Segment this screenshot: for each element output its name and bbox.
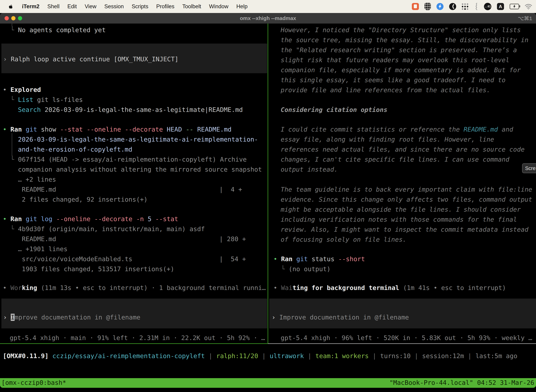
reasoning-paragraph: of focusing solely on file lines. — [281, 235, 407, 244]
menu-item-iterm2[interactable]: iTerm2 — [22, 3, 39, 10]
prompt-input-right[interactable]: › Improve documentation in @filename — [272, 313, 409, 322]
window-title: omx --xhigh --madmax — [0, 15, 536, 21]
dots-grid-icon[interactable] — [462, 3, 469, 10]
git-show-output: companion analysis without altering the … — [18, 165, 262, 174]
reasoning-paragraph: output instead. — [281, 165, 338, 174]
git-log-output: └ 4b9d30f (origin/main, instructkr/main,… — [10, 225, 205, 233]
ran-git-status: • Ran git status --short — [273, 255, 365, 263]
screen-share-overlay-button[interactable]: Scre — [522, 163, 536, 173]
window-shortcut-badge: ⌥⌘1 — [518, 15, 532, 21]
reasoning-paragraph: changes, I can't cite specific file line… — [281, 155, 509, 164]
git-log-output: … +1901 lines — [18, 245, 67, 253]
battery-icon[interactable] — [510, 4, 519, 9]
git-log-stat: src/voice/voiceModeEnabled.ts — [22, 255, 132, 263]
k-circle-icon[interactable] — [449, 3, 456, 10]
pane-divider[interactable] — [268, 23, 268, 344]
tree-guide — [12, 133, 12, 156]
reasoning-paragraph: slight risk that future readers may over… — [281, 56, 509, 65]
working-status: • Working (11m 13s • esc to interrupt) ·… — [3, 284, 266, 292]
reasoning-paragraph: I could cite commit statistics or refere… — [281, 125, 513, 134]
wifi-icon[interactable] — [525, 4, 532, 9]
omx-status-text: [OMX#0.11.9] cczip/essay/ai-reimplementa… — [3, 352, 517, 360]
menu-item-edit[interactable]: Edit — [67, 3, 77, 10]
menu-item-scripts[interactable]: Scripts — [132, 3, 148, 10]
explored-search: Search 2026-03-09-is-legal-the-same-as-l… — [18, 105, 243, 114]
squiggle-icon[interactable] — [474, 3, 478, 10]
letter-a-icon[interactable]: A — [497, 3, 504, 10]
agents-completed-note: └ No agents completed yet — [10, 26, 106, 34]
menu-item-profiles[interactable]: Profiles — [156, 3, 174, 10]
session-stats-left: gpt-5.4 xhigh · main · 91% left · 2.31M … — [10, 334, 265, 342]
circle-61-icon[interactable]: ..61 — [484, 3, 491, 10]
reasoning-paragraph: might be acceptable alongside the file l… — [281, 205, 521, 214]
git-show-stat: 2 files changed, 92 insertions(+) — [22, 195, 148, 204]
menu-item-view[interactable]: View — [85, 3, 96, 10]
blue-badge-icon[interactable] — [436, 3, 444, 10]
menu-bar: iTerm2ShellEditViewSessionScriptsProfile… — [0, 0, 536, 13]
reasoning-paragraph: However, I noticed the "Directory Struct… — [281, 26, 521, 34]
git-log-stat: | 280 + — [219, 235, 246, 243]
reasoning-paragraph: references need actual files, and since … — [281, 145, 525, 154]
menu-item-help[interactable]: Help — [236, 3, 248, 10]
reasoning-heading: Considering citation options — [281, 105, 388, 114]
waiting-status: • Waiting for background terminal (1m 41… — [273, 284, 506, 292]
apple-logo-icon[interactable] — [8, 4, 13, 9]
chat-icon[interactable] — [412, 3, 419, 10]
git-log-stat: README.md — [22, 235, 56, 243]
git-show-arg: and-the-erosion-of-copyleft.md — [18, 145, 132, 154]
ralph-loop-status: › Ralph loop active continue [OMX_TMUX_I… — [3, 55, 178, 64]
git-show-stat: README.md — [22, 185, 56, 194]
reasoning-paragraph: provide file and line references from th… — [281, 86, 490, 94]
reasoning-paragraph: including verification notes with those … — [281, 215, 517, 224]
menu-item-window[interactable]: Window — [209, 3, 228, 10]
menu-item-session[interactable]: Session — [104, 3, 124, 10]
prompt-input-left[interactable]: › Improve documentation in @filename — [3, 313, 140, 322]
pane-bottom-border-active — [0, 343, 268, 344]
reasoning-paragraph: essay file, along with finding root file… — [281, 135, 494, 144]
reasoning-paragraph: this single essay, it seems like a good … — [281, 76, 506, 84]
menu-status-icons: ..61 A — [412, 0, 532, 13]
reasoning-paragraph: The team guideline is to back every impo… — [281, 185, 532, 194]
ran-git-log: • Ran git log --oneline --decorate -n 5 … — [3, 215, 178, 223]
explored-header: • Explored — [3, 85, 41, 94]
window-title-bar: omx --xhigh --madmax ⌥⌘1 — [0, 13, 536, 23]
ran-git-show: • Ran git show --stat --oneline --decora… — [3, 125, 232, 134]
git-status-output: └ (no output) — [281, 265, 330, 273]
git-show-output: └ 067f154 (HEAD -> essay/ai-reimplementa… — [10, 155, 247, 164]
reasoning-paragraph: companion file, especially if more comme… — [281, 66, 521, 75]
menu-items: iTerm2ShellEditViewSessionScriptsProfile… — [0, 3, 248, 10]
git-show-arg: 2026-03-09-is-legal-the-same-as-legitima… — [18, 135, 258, 144]
git-log-stat: | 54 + — [219, 255, 246, 263]
tmux-session-name: [omx-cczip0:bash* — [1, 379, 66, 386]
terminal-content[interactable]: └ No agents completed yet› Ralph loop ac… — [0, 23, 536, 392]
session-stats-right: gpt-5.4 xhigh · 96% left · 520K in · 5.8… — [281, 334, 532, 342]
git-log-stat: 1903 files changed, 513517 insertions(+) — [22, 265, 174, 273]
tmux-host-and-clock: "MacBook-Pro-44.local" 04:52 31-Mar-26 — [389, 379, 534, 386]
git-show-output: … +2 lines — [18, 175, 56, 184]
menu-item-toolbelt[interactable]: Toolbelt — [182, 3, 201, 10]
reasoning-paragraph: review. Also, I might want to inspect th… — [281, 225, 528, 234]
shield-icon[interactable] — [425, 3, 431, 10]
reasoning-paragraph: the "Related research writing" section i… — [281, 46, 517, 54]
reasoning-paragraph: the source tree, missing the essay. Stil… — [281, 36, 528, 44]
pane-bottom-border-inactive — [268, 343, 536, 344]
overlay-label: Scre — [525, 165, 536, 171]
reasoning-paragraph: evidence. Since this change only affects… — [281, 195, 532, 204]
explored-list: └ List git ls-files — [10, 95, 83, 104]
menu-item-shell[interactable]: Shell — [47, 3, 59, 10]
tmux-status-bar: [omx-cczip0:bash* "MacBook-Pro-44.local"… — [0, 378, 536, 388]
git-show-stat: | 4 + — [219, 185, 242, 194]
